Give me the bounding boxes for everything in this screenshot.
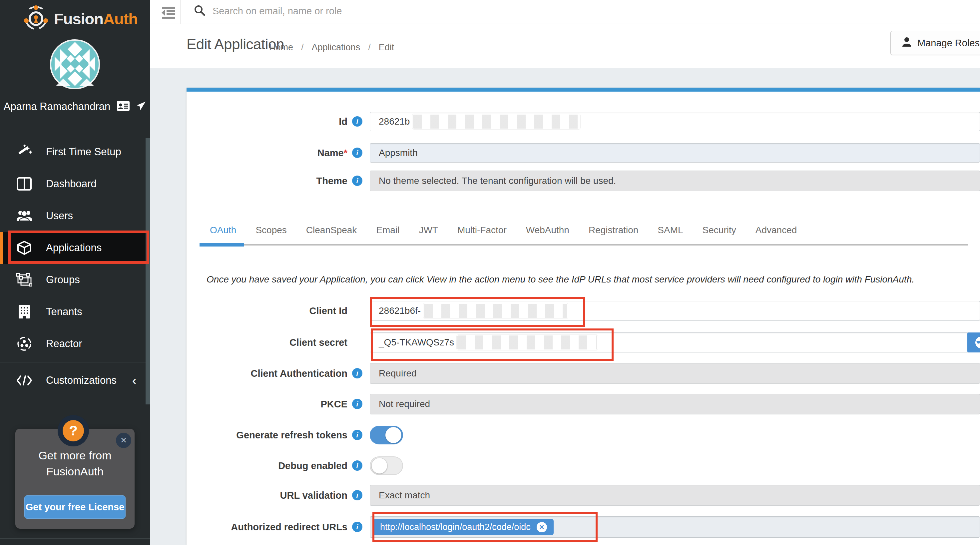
remove-url-icon[interactable]: ✕ [537, 522, 547, 532]
tab-webauthn[interactable]: WebAuthn [526, 225, 569, 236]
person-icon [902, 37, 912, 49]
sidebar-item-label: Reactor [46, 338, 82, 350]
info-icon[interactable]: i [352, 430, 363, 440]
redaction-overlay [413, 115, 580, 129]
sidebar-scrollbar[interactable] [146, 138, 150, 405]
redirect-url-tag[interactable]: http://localhost/login/oauth2/code/oidc … [374, 519, 554, 535]
chevron-left-icon[interactable]: ‹ [132, 374, 137, 387]
sidebar-collapse-icon[interactable] [161, 5, 177, 21]
theme-select: No theme selected. The tenant configurat… [370, 171, 980, 191]
sidebar: FusionAuth Aparna Ramachandran [0, 0, 150, 545]
name-row: Name* i Appsmith [186, 143, 980, 163]
sidebar-item-groups[interactable]: Groups [0, 264, 150, 296]
tab-registration[interactable]: Registration [589, 225, 638, 236]
redaction-overlay [457, 335, 597, 349]
breadcrumb-home[interactable]: Home [269, 42, 293, 53]
active-tab-indicator [199, 243, 244, 247]
id-row: Id i 28621b [186, 112, 980, 131]
generate-refresh-tokens-label: Generate refresh tokens [236, 429, 347, 441]
name-input[interactable]: Appsmith [370, 143, 980, 163]
applications-cube-icon [16, 240, 33, 255]
tab-oauth[interactable]: OAuth [210, 225, 236, 236]
help-badge[interactable]: ? [57, 415, 89, 446]
toggle-knob [385, 427, 401, 443]
generate-refresh-tokens-row: Generate refresh tokens i [186, 426, 980, 445]
url-validation-row: URL validation i Exact match [186, 485, 980, 506]
users-icon [16, 210, 33, 222]
client-id-input[interactable]: 28621b6f- [370, 301, 980, 321]
sidebar-item-dashboard[interactable]: Dashboard [0, 168, 150, 200]
manage-roles-button[interactable]: Manage Roles [890, 31, 980, 55]
client-authentication-row: Client Authentication i Required [186, 363, 980, 384]
tab-security[interactable]: Security [703, 225, 736, 236]
client-secret-input[interactable]: _Q5-TKAWQSz7s [370, 333, 980, 352]
required-asterisk: * [344, 148, 347, 158]
tab-cleanspeak[interactable]: CleanSpeak [306, 225, 357, 236]
sidebar-item-label: Tenants [46, 306, 82, 318]
avatar[interactable] [50, 39, 100, 89]
authorized-redirect-urls-field[interactable]: http://localhost/login/oauth2/code/oidc … [370, 516, 980, 538]
dashboard-icon [16, 177, 33, 191]
breadcrumb-applications[interactable]: Applications [312, 42, 360, 53]
search-input[interactable] [213, 6, 945, 17]
pkce-row: PKCE i Not required [186, 394, 980, 414]
magic-wand-icon [16, 144, 33, 160]
oauth-note: Once you have saved your Application, yo… [207, 274, 960, 285]
client-id-label: Client Id [309, 305, 347, 317]
name-label: Name* [317, 147, 347, 159]
info-icon[interactable]: i [352, 490, 363, 500]
locale-navigation-icon[interactable] [136, 101, 146, 112]
id-input[interactable]: 28621b [370, 112, 980, 131]
reactor-icon [16, 336, 33, 351]
tab-advanced[interactable]: Advanced [756, 225, 797, 236]
sidebar-item-reactor[interactable]: Reactor [0, 328, 150, 360]
tab-jwt[interactable]: JWT [419, 225, 438, 236]
global-search [194, 5, 960, 18]
toggle-knob [371, 458, 387, 474]
sidebar-item-first-time-setup[interactable]: First Time Setup [0, 136, 150, 168]
authorized-redirect-urls-row: Authorized redirect URLs i http://localh… [186, 516, 980, 538]
regenerate-secret-button[interactable] [967, 333, 980, 352]
debug-enabled-toggle[interactable] [370, 456, 403, 475]
info-icon[interactable]: i [352, 522, 363, 532]
tab-email[interactable]: Email [376, 225, 399, 236]
client-secret-row: Client secret _Q5-TKAWQSz7s [186, 333, 980, 352]
tab-multi-factor[interactable]: Multi-Factor [457, 225, 507, 236]
info-icon[interactable]: i [352, 399, 363, 409]
url-validation-select[interactable]: Exact match [370, 485, 980, 506]
debug-enabled-row: Debug enabled i [186, 456, 980, 475]
promo-title: Get more from FusionAuth [15, 448, 135, 480]
sidebar-item-customizations[interactable]: Customizations ‹ [0, 365, 150, 397]
info-icon[interactable]: i [352, 461, 363, 471]
client-authentication-label: Client Authentication [250, 368, 347, 379]
id-label: Id [339, 116, 347, 127]
promo-card: ? ✕ Get more from FusionAuth Get your fr… [15, 429, 135, 529]
promo-close-button[interactable]: ✕ [116, 433, 131, 448]
info-icon[interactable]: i [352, 116, 363, 127]
page-header: Edit Application Home / Applications / E… [150, 24, 980, 68]
sidebar-item-applications[interactable]: Applications [0, 232, 150, 264]
fusionauth-logo[interactable]: FusionAuth [23, 5, 138, 32]
sidebar-item-users[interactable]: Users [0, 200, 150, 232]
url-validation-label: URL validation [280, 490, 348, 501]
sidebar-item-label: Customizations [46, 374, 116, 386]
tab-scopes[interactable]: Scopes [256, 225, 286, 236]
search-icon [194, 5, 205, 18]
theme-label: Theme [317, 175, 347, 187]
fusionauth-logo-text: FusionAuth [54, 10, 138, 28]
breadcrumb-separator: / [368, 42, 371, 53]
tab-saml[interactable]: SAML [657, 225, 683, 236]
tenants-icon [16, 304, 33, 319]
client-authentication-select[interactable]: Required [370, 363, 980, 384]
sidebar-item-tenants[interactable]: Tenants [0, 296, 150, 328]
code-icon [16, 375, 33, 386]
info-icon[interactable]: i [352, 175, 363, 186]
get-free-license-button[interactable]: Get your free License [24, 496, 126, 519]
topbar-divider [180, 0, 181, 24]
info-icon[interactable]: i [352, 368, 363, 378]
pkce-select[interactable]: Not required [370, 394, 980, 414]
info-icon[interactable]: i [352, 148, 363, 158]
generate-refresh-tokens-toggle[interactable] [370, 426, 403, 445]
redaction-overlay [424, 304, 567, 318]
contact-card-icon[interactable] [117, 101, 130, 112]
